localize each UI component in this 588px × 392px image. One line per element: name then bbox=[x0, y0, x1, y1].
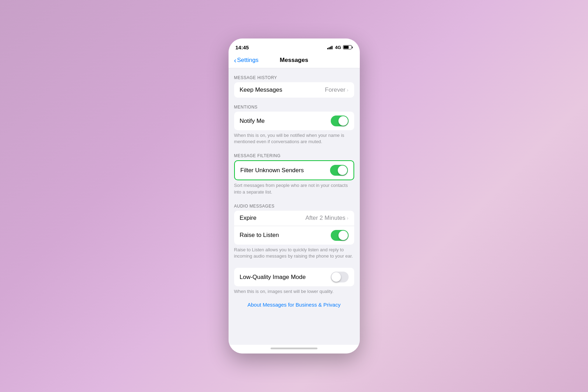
keep-messages-chevron-icon: › bbox=[347, 87, 349, 93]
filter-unknown-senders-toggle[interactable] bbox=[330, 165, 348, 176]
section-image-mode: Low-Quality Image Mode When this is on, … bbox=[229, 268, 360, 296]
home-bar bbox=[271, 348, 317, 349]
section-header-message-filtering: MESSAGE FILTERING bbox=[229, 153, 360, 160]
low-quality-image-mode-toggle-knob bbox=[331, 272, 341, 282]
section-header-message-history: MESSAGE HISTORY bbox=[229, 75, 360, 82]
section-body-message-history: Keep Messages Forever › bbox=[234, 82, 354, 98]
raise-to-listen-toggle[interactable] bbox=[331, 230, 349, 241]
low-quality-image-mode-label: Low-Quality Image Mode bbox=[240, 274, 306, 281]
filter-unknown-senders-toggle-knob bbox=[338, 166, 347, 175]
section-mentions: MENTIONS Notify Me When this is on, you … bbox=[229, 105, 360, 146]
raise-to-listen-toggle-knob bbox=[338, 231, 348, 240]
section-body-mentions: Notify Me bbox=[234, 112, 354, 130]
signal-icon bbox=[327, 45, 332, 49]
settings-content: MESSAGE HISTORY Keep Messages Forever › … bbox=[229, 68, 360, 345]
keep-messages-value-text: Forever bbox=[325, 86, 345, 93]
section-body-audio-messages: Expire After 2 Minutes › Raise to Listen bbox=[234, 211, 354, 245]
section-body-message-filtering: Filter Unknown Senders bbox=[234, 160, 354, 180]
expire-label: Expire bbox=[240, 215, 257, 222]
network-type: 4G bbox=[335, 45, 341, 50]
expire-value-text: After 2 Minutes bbox=[306, 215, 345, 222]
back-button[interactable]: ‹ Settings bbox=[234, 57, 259, 64]
section-header-mentions: MENTIONS bbox=[229, 105, 360, 112]
mentions-description: When this is on, you will be notified wh… bbox=[229, 130, 360, 146]
section-body-image-mode: Low-Quality Image Mode bbox=[234, 268, 354, 286]
audio-messages-description: Raise to Listen allows you to quickly li… bbox=[229, 245, 360, 261]
image-mode-description: When this is on, images sent will be low… bbox=[229, 286, 360, 296]
phone-container: 14:45 4G ‹ Settings Messages bbox=[229, 38, 360, 354]
status-time: 14:45 bbox=[236, 44, 249, 50]
notify-me-toggle-knob bbox=[338, 116, 348, 126]
filter-unknown-senders-label: Filter Unknown Senders bbox=[240, 167, 304, 174]
low-quality-image-mode-toggle[interactable] bbox=[331, 272, 349, 282]
section-message-filtering: MESSAGE FILTERING Filter Unknown Senders… bbox=[229, 153, 360, 196]
row-notify-me: Notify Me bbox=[234, 112, 354, 130]
battery-icon bbox=[343, 45, 353, 49]
raise-to-listen-label: Raise to Listen bbox=[240, 232, 279, 239]
notify-me-toggle[interactable] bbox=[331, 115, 349, 126]
expire-chevron-icon: › bbox=[347, 215, 349, 221]
page-title: Messages bbox=[280, 57, 308, 64]
row-filter-unknown-senders: Filter Unknown Senders bbox=[235, 161, 354, 180]
keep-messages-value: Forever › bbox=[325, 86, 348, 93]
home-indicator bbox=[229, 345, 360, 354]
back-chevron-icon: ‹ bbox=[234, 57, 237, 64]
row-expire[interactable]: Expire After 2 Minutes › bbox=[234, 211, 354, 226]
expire-value: After 2 Minutes › bbox=[306, 215, 349, 222]
status-icons: 4G bbox=[327, 45, 352, 50]
business-privacy-link-row: About Messages for Business & Privacy bbox=[229, 296, 360, 313]
row-raise-to-listen: Raise to Listen bbox=[234, 226, 354, 245]
section-message-history: MESSAGE HISTORY Keep Messages Forever › bbox=[229, 75, 360, 98]
navigation-bar: ‹ Settings Messages bbox=[229, 54, 360, 68]
row-keep-messages[interactable]: Keep Messages Forever › bbox=[234, 82, 354, 98]
keep-messages-label: Keep Messages bbox=[240, 86, 282, 93]
message-filtering-description: Sort messages from people who are not in… bbox=[229, 180, 360, 196]
row-low-quality-image-mode: Low-Quality Image Mode bbox=[234, 268, 354, 286]
about-messages-link[interactable]: About Messages for Business & Privacy bbox=[247, 302, 341, 308]
notify-me-label: Notify Me bbox=[240, 118, 265, 125]
back-label: Settings bbox=[237, 57, 258, 64]
status-bar: 14:45 4G bbox=[229, 38, 360, 54]
section-header-audio-messages: AUDIO MESSAGES bbox=[229, 204, 360, 211]
section-audio-messages: AUDIO MESSAGES Expire After 2 Minutes › … bbox=[229, 204, 360, 261]
